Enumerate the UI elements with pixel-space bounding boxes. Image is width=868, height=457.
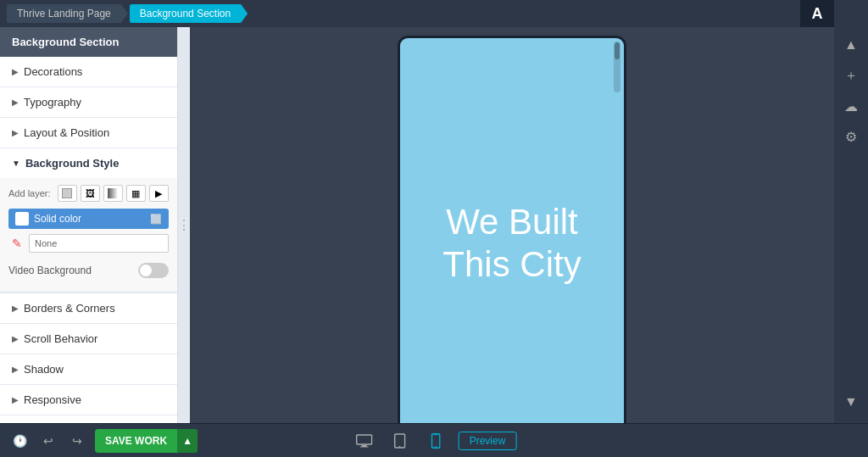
right-bar-scroll-down[interactable]: ▼ [834,389,868,415]
section-typography[interactable]: ▶ Typography [0,87,177,118]
section-bg-style-label: Background Style [25,157,120,170]
pattern-icon: ▦ [131,188,140,199]
image-icon: 🖼 [86,188,95,198]
section-bg-style-header[interactable]: ▼ Background Style [0,148,177,178]
right-bar-cloud-icon[interactable]: ☁ [838,93,864,119]
logo: A [800,0,834,27]
left-sidebar: Background Section ▶ Decorations ▶ Typog… [0,27,178,423]
section-borders-corners[interactable]: ▶ Borders & Corners [0,293,177,324]
video-bg-label: Video Background [8,265,92,276]
top-bar: Thrive Landing Page Background Section A [0,0,868,27]
svg-rect-7 [434,434,437,435]
section-layout-position[interactable]: ▶ Layout & Position [0,118,177,148]
svg-point-4 [399,445,401,447]
text-line2: This City [442,244,581,284]
undo-icon[interactable]: ↩ [37,430,59,452]
save-work-dropdown-icon[interactable]: ▲ [177,429,198,453]
bg-style-content: Add layer: 🖼 ▦ ▶ [0,178,177,293]
expand-icon[interactable]: ⬜ [150,214,162,225]
bottom-left: 🕐 ↩ ↪ SAVE WORK ▲ [0,429,198,453]
solid-color-left: Solid color [15,212,81,226]
section-html-attributes[interactable]: ▶ HTML Attributes [0,415,177,423]
phone-screen: We Built This City [400,38,624,423]
video-bg-toggle[interactable] [138,263,169,278]
color-picker-row: ✎ [8,234,169,253]
phone-frame: We Built This City [398,36,626,423]
save-work-button[interactable]: SAVE WORK ▲ [95,429,198,453]
video-layer-btn[interactable]: ▶ [149,185,169,202]
section-shadow-header[interactable]: ▶ Shadow [0,354,177,384]
section-scroll-label: Scroll Behavior [24,332,97,345]
solid-color-row[interactable]: Solid color ⬜ [8,209,169,229]
right-bar-gear-icon[interactable]: ⚙ [838,124,864,149]
section-background-style[interactable]: ▼ Background Style Add layer: 🖼 [0,148,177,293]
section-borders-label: Borders & Corners [24,302,115,315]
section-layout-header[interactable]: ▶ Layout & Position [0,118,177,148]
bottom-center: Preview [352,428,517,454]
solid-color-label: Solid color [34,213,81,225]
breadcrumb-background-section[interactable]: Background Section [130,4,248,23]
color-swatch [15,212,29,226]
section-decorations-label: Decorations [24,65,82,78]
add-layer-label: Add layer: [8,188,51,198]
main-layout: Background Section ▶ Decorations ▶ Typog… [0,27,868,423]
save-work-label: SAVE WORK [95,435,177,447]
section-typography-header[interactable]: ▶ Typography [0,87,177,117]
section-decorations[interactable]: ▶ Decorations [0,57,177,87]
right-bar-plus-icon[interactable]: ＋ [838,63,864,88]
canvas-text: We Built This City [426,184,598,304]
chevron-right-icon-2: ▶ [12,98,19,107]
section-scroll-behavior[interactable]: ▶ Scroll Behavior [0,324,177,354]
svg-rect-3 [395,434,405,448]
chevron-right-icon-5: ▶ [12,334,19,343]
chevron-right-icon: ▶ [12,67,19,76]
phone-icon [431,433,440,449]
gradient-layer-btn[interactable] [103,185,123,202]
chevron-right-icon-7: ▶ [12,395,19,404]
right-bar: ▲ ＋ ☁ ⚙ ▼ [834,27,868,423]
chevron-down-icon: ▼ [12,159,20,168]
sidebar-title: Background Section [0,27,177,57]
section-layout-label: Layout & Position [24,126,109,139]
tablet-icon [394,433,406,449]
breadcrumb: Thrive Landing Page Background Section [7,4,248,23]
section-decorations-header[interactable]: ▶ Decorations [0,57,177,86]
svg-rect-0 [357,435,372,444]
solid-color-btn[interactable] [58,185,77,202]
gradient-icon [108,188,118,198]
chevron-right-icon-6: ▶ [12,365,19,374]
scroll-indicator [614,42,620,92]
tablet-btn[interactable] [387,428,413,454]
redo-icon[interactable]: ↪ [66,430,88,452]
pattern-layer-btn[interactable]: ▦ [126,185,146,202]
chevron-right-icon-4: ▶ [12,304,19,313]
color-value-input[interactable] [29,234,169,253]
section-shadow-label: Shadow [24,363,64,376]
breadcrumb-landing-page[interactable]: Thrive Landing Page [7,4,128,23]
right-bar-scroll-up[interactable]: ▲ [838,32,864,58]
svg-rect-2 [360,446,369,447]
clock-icon[interactable]: 🕐 [8,430,31,452]
phone-btn[interactable] [423,428,448,454]
solid-square-icon [62,188,72,198]
section-borders-header[interactable]: ▶ Borders & Corners [0,293,177,323]
eye-dropper-icon[interactable]: ✎ [8,235,25,252]
section-typography-label: Typography [24,96,81,109]
chevron-right-icon-3: ▶ [12,128,19,137]
section-html-header[interactable]: ▶ HTML Attributes [0,415,177,423]
sidebar-handle[interactable] [178,27,190,423]
section-responsive[interactable]: ▶ Responsive [0,385,177,415]
section-responsive-label: Responsive [24,393,81,406]
add-layer-row: Add layer: 🖼 ▦ ▶ [8,185,169,202]
text-line1: We Built [446,202,578,242]
image-layer-btn[interactable]: 🖼 [81,185,100,202]
video-bg-row: Video Background [8,259,169,281]
desktop-icon [356,434,373,448]
preview-button[interactable]: Preview [459,432,517,450]
bottom-bar: 🕐 ↩ ↪ SAVE WORK ▲ [0,423,868,457]
svg-point-6 [435,445,437,447]
section-scroll-header[interactable]: ▶ Scroll Behavior [0,324,177,354]
section-responsive-header[interactable]: ▶ Responsive [0,385,177,415]
desktop-btn[interactable] [352,428,377,454]
section-shadow[interactable]: ▶ Shadow [0,354,177,385]
